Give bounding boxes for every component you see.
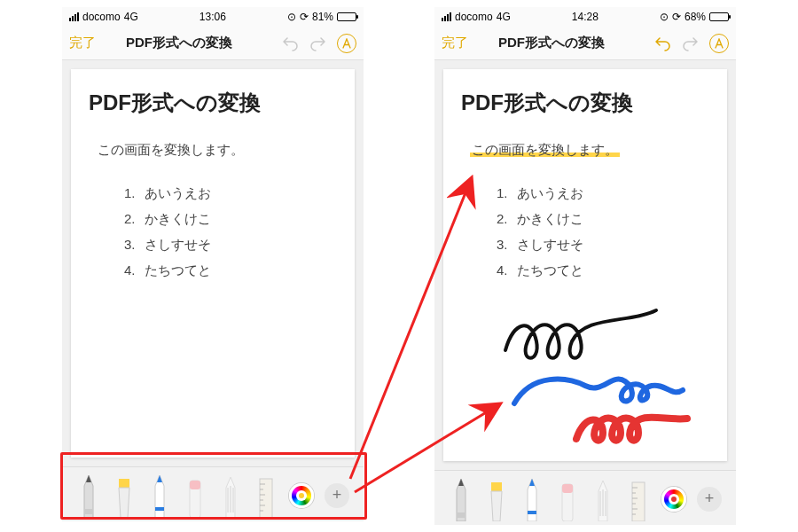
doc-subtitle: この画面を変換します。 (98, 142, 244, 159)
battery-icon (709, 12, 729, 21)
battery-icon (337, 12, 356, 21)
ruler-tool[interactable] (254, 473, 278, 518)
pencil-tool[interactable] (520, 477, 544, 521)
undo-icon[interactable] (280, 34, 300, 53)
carrier-label: docomo (82, 11, 121, 23)
refresh-icon: ⟳ (672, 11, 681, 23)
svg-rect-25 (528, 511, 536, 514)
svg-rect-21 (491, 482, 502, 491)
eraser-tool[interactable] (555, 477, 580, 521)
lasso-tool[interactable] (591, 477, 615, 521)
clock: 14:28 (572, 11, 598, 23)
add-button[interactable]: + (325, 483, 349, 508)
document-page: PDF形式への変換 この画面を変換します。 1あいうえお 2かきくけこ 3さしす… (443, 69, 727, 461)
list-item: 2かきくけこ (124, 211, 337, 228)
svg-rect-7 (155, 507, 164, 511)
document-viewport[interactable]: PDF形式への変換 この画面を変換します。 1あいうえお 2かきくけこ 3さしす… (434, 60, 736, 470)
list-item: 4たちつてと (497, 262, 709, 279)
eraser-tool[interactable] (183, 473, 207, 518)
document-viewport[interactable]: PDF形式への変換 この画面を変換します。 1あいうえお 2かきくけこ 3さしす… (62, 60, 364, 466)
phone-screenshot-right: docomo 4G 14:28 ⊙ ⟳ 68% 完了 PDF形式への変換 (434, 7, 736, 525)
color-picker[interactable] (289, 483, 314, 508)
status-bar: docomo 4G 13:06 ⊙ ⟳ 81% (62, 7, 364, 27)
svg-marker-4 (119, 488, 129, 518)
status-bar: docomo 4G 14:28 ⊙ ⟳ 68% (434, 7, 736, 27)
svg-rect-11 (260, 479, 272, 518)
svg-rect-29 (632, 482, 645, 521)
alarm-icon: ⊙ (660, 11, 669, 23)
highlighter-tool[interactable] (484, 477, 509, 521)
lasso-tool[interactable] (218, 473, 243, 518)
markup-toolbar: + (62, 466, 364, 521)
doc-subtitle-highlighted: この画面を変換します。 (470, 142, 620, 159)
nav-bar: 完了 PDF形式への変換 (62, 27, 364, 60)
pencil-tool[interactable] (147, 473, 172, 518)
list-item: 2かきくけこ (497, 211, 709, 228)
nav-bar: 完了 PDF形式への変換 (434, 27, 736, 60)
markup-icon[interactable] (337, 34, 356, 53)
nav-title: PDF形式への変換 (450, 35, 653, 51)
clock: 13:06 (200, 11, 226, 23)
list-item: 3さしすせそ (124, 237, 337, 254)
nav-title: PDF形式への変換 (78, 35, 280, 51)
network-label: 4G (124, 11, 138, 23)
alarm-icon: ⊙ (287, 11, 296, 23)
list-item: 1あいうえお (124, 185, 337, 202)
doc-title: PDF形式への変換 (89, 89, 337, 117)
battery-percent: 68% (685, 11, 706, 23)
pen-tool[interactable] (449, 477, 473, 521)
markup-toolbar: + (434, 470, 736, 525)
color-picker[interactable] (661, 487, 686, 512)
doc-list: 1あいうえお 2かきくけこ 3さしすせそ 4たちつてと (124, 185, 337, 279)
battery-percent: 81% (312, 11, 333, 23)
undo-icon[interactable] (653, 34, 672, 53)
list-item: 1あいうえお (497, 185, 709, 202)
doc-title: PDF形式への変換 (461, 89, 709, 117)
redo-icon[interactable] (681, 34, 700, 53)
list-item: 4たちつてと (124, 262, 337, 279)
svg-rect-20 (457, 512, 466, 518)
document-page: PDF形式への変換 この画面を変換します。 1あいうえお 2かきくけこ 3さしす… (71, 69, 355, 458)
markup-icon[interactable] (709, 34, 729, 53)
svg-rect-3 (119, 479, 129, 488)
refresh-icon: ⟳ (300, 11, 309, 23)
network-label: 4G (497, 11, 511, 23)
pen-tool[interactable] (76, 473, 101, 518)
redo-icon[interactable] (309, 34, 328, 53)
carrier-label: docomo (455, 11, 493, 23)
highlighter-tool[interactable] (112, 473, 137, 518)
svg-rect-9 (190, 481, 200, 489)
handdrawn-scribbles (443, 301, 727, 452)
add-button[interactable]: + (697, 487, 722, 512)
phone-screenshot-left: docomo 4G 13:06 ⊙ ⟳ 81% 完了 PDF形式への変換 (62, 7, 364, 521)
svg-rect-27 (562, 484, 573, 493)
signal-icon (69, 12, 79, 21)
signal-icon (442, 12, 451, 21)
svg-rect-2 (84, 509, 93, 514)
svg-marker-22 (491, 491, 502, 521)
doc-list: 1あいうえお 2かきくけこ 3さしすせそ 4たちつてと (497, 185, 709, 279)
list-item: 3さしすせそ (497, 237, 709, 254)
ruler-tool[interactable] (626, 477, 651, 521)
